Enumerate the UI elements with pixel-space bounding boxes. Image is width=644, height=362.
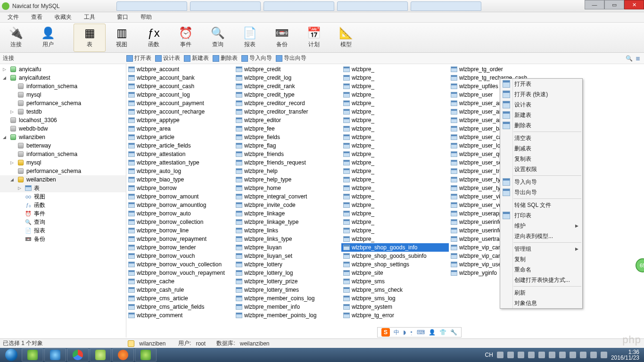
table-item[interactable]: wlzbpre_fields [234,133,341,141]
table-item[interactable]: wlzbpre_liuyan [234,243,341,252]
taskbar-ie[interactable] [44,348,66,362]
table-item[interactable]: wlzbpre_biao_type [126,175,234,184]
table-item[interactable]: wlzbpre_ [341,90,449,99]
table-item[interactable]: wlzbpre_ [341,209,449,218]
table-item[interactable]: wlzbpre_cms_article [126,294,234,303]
table-item[interactable]: wlzbpre_linkage_type [234,218,341,226]
action-新建表[interactable]: 新建表 [184,54,209,62]
tool-报表[interactable]: 📄报表 [234,24,266,52]
action-导入向导[interactable]: 导入向导 [241,54,272,62]
table-item[interactable]: wlzbpre_account_log [126,90,234,99]
system-tray[interactable]: CH 1:362016/11/23 [485,349,642,361]
table-item[interactable]: wlzbpre_ [341,65,449,74]
table-item[interactable]: wlzbpre_invite_code [234,201,341,209]
table-item[interactable]: wlzbpre_member_coins_log [234,294,341,303]
action-打开表[interactable]: 打开表 [126,54,151,62]
table-item[interactable]: wlzbpre_creditor_record [234,99,341,107]
taskbar-app[interactable] [135,348,157,362]
ctx-转储 SQL 文件[interactable]: 转储 SQL 文件 [500,200,582,210]
tree-报表[interactable]: 📄报表 [0,226,126,235]
maximize-button[interactable]: ▭ [604,0,624,9]
tree-函数[interactable]: ƒ₀函数 [0,201,126,209]
ime-item[interactable]: 中 [394,329,399,337]
tree-mysql[interactable]: mysql [0,90,126,99]
table-item[interactable]: wlzbpre_borrow_amount [126,192,234,201]
action-设计表[interactable]: 设计表 [155,54,180,62]
table-item[interactable]: wlzbpre_sms [341,277,449,286]
tray-clock[interactable]: 1:362016/11/23 [611,349,639,361]
ctx-复制表[interactable]: 复制表 [500,154,582,164]
table-item[interactable]: wlzbpre_ [341,167,449,175]
table-item[interactable]: wlzbpre_member_info [234,303,341,311]
table-item[interactable]: wlzbpre_ [341,201,449,209]
action-删除表[interactable]: 删除表 [213,54,238,62]
ctx-维护[interactable]: 维护▶ [500,221,582,231]
table-item[interactable]: wlzbpre_borrow_vouch_repayment [126,269,234,277]
tree-performance_schema[interactable]: performance_schema [0,167,126,175]
tray-icon[interactable] [570,352,576,358]
table-item[interactable]: wlzbpre_shop_goods_info [341,243,449,252]
tool-计划[interactable]: 📅计划 [298,24,330,52]
tool-事件[interactable]: ⏰事件 [170,24,202,52]
tree-testdb[interactable]: ▷testdb [0,107,126,116]
bg-tab[interactable] [264,1,334,11]
tree-表[interactable]: ▷表 [0,184,126,192]
table-item[interactable]: wlzbpre_borrow_auto [126,209,234,218]
tree-anyicaifutest[interactable]: ◢anyicaifutest [0,74,126,82]
table-item[interactable]: wlzbpre_lottery_log [234,269,341,277]
table-item[interactable]: wlzbpre_account [126,65,234,74]
table-item[interactable]: wlzbpre_ [341,107,449,116]
action-导出向导[interactable]: 导出向导 [276,54,306,62]
menu-帮助[interactable]: 帮助 [135,12,157,22]
start-button[interactable] [2,348,21,362]
minimize-button[interactable]: — [585,0,604,9]
table-item[interactable]: wlzbpre_lottery_prize [234,277,341,286]
tree-information_schema[interactable]: information_schema [0,150,126,158]
table-item[interactable]: wlzbpre_help [234,167,341,175]
table-item[interactable]: wlzbpre_site [341,269,449,277]
tool-表[interactable]: ▦表 [74,24,106,52]
table-item[interactable]: wlzbpre_ [341,150,449,158]
list-view-icon[interactable]: ≣ [636,55,640,62]
table-item[interactable]: wlzbpre_ [341,235,449,243]
table-item[interactable]: wlzbpre_account_cash [126,82,234,90]
tree-wilanziben[interactable]: ◢wilanziben [0,133,126,141]
table-item[interactable]: wlzbpre_ [341,116,449,124]
table-item[interactable]: wlzbpre_shop_settings [341,260,449,269]
ctx-设计表[interactable]: 设计表 [500,99,582,110]
table-item[interactable]: wlzbpre_linkage [234,209,341,218]
tree-视图[interactable]: oo视图 [0,192,126,201]
table-item[interactable]: wlzbpre_borrow_tender [126,243,234,252]
ctx-刷新[interactable]: 刷新 [500,288,582,298]
table-item[interactable]: wlzbpre_credit_type [234,90,341,99]
table-item[interactable]: wlzbpre_home [234,184,341,192]
tree-anyicaifu[interactable]: ▷anyicaifu [0,65,126,74]
table-item[interactable]: wlzbpre_system [341,303,449,311]
menu-窗口[interactable]: 窗口 [111,12,134,22]
table-item[interactable]: wlzbpre_ [341,226,449,235]
table-item[interactable]: wlzbpre_ [341,192,449,201]
table-item[interactable]: wlzbpre_friends_request [234,158,341,167]
ime-item[interactable]: 👕 [439,329,446,336]
tree-performance_schema[interactable]: performance_schema [0,99,126,107]
table-item[interactable]: wlzbpre_attestation [126,150,234,158]
bg-tab[interactable] [190,1,261,11]
tool-查询[interactable]: 🔍查询 [202,24,234,52]
taskbar-firefox[interactable] [112,348,134,362]
ctx-打印表[interactable]: 打印表 [500,210,582,221]
tree-localhost_3306[interactable]: localhost_3306 [0,116,126,124]
table-item[interactable]: wlzbpre_member_points_log [234,311,341,320]
ctx-删除表[interactable]: 删除表 [500,120,582,131]
table-item[interactable]: wlzbpre_ [341,124,449,133]
table-item[interactable]: wlzbpre_links [234,226,341,235]
tray-icon[interactable] [538,352,545,358]
tree-weilanziben[interactable]: ◢weilanziben [0,175,126,184]
tool-连接[interactable]: 🔌连接 [0,24,32,52]
tree-information_schema[interactable]: information_schema [0,82,126,90]
menu-工具[interactable]: 工具 [78,12,101,22]
table-item[interactable]: wlzbpre_borrow_amountlog [126,201,234,209]
ctx-导出向导[interactable]: 导出向导 [500,187,582,197]
table-item[interactable]: wlzbpre_tg_order [449,65,556,74]
ctx-打开表 (快速)[interactable]: 打开表 (快速) [500,89,582,99]
table-item[interactable]: wlzbpre_ [341,175,449,184]
